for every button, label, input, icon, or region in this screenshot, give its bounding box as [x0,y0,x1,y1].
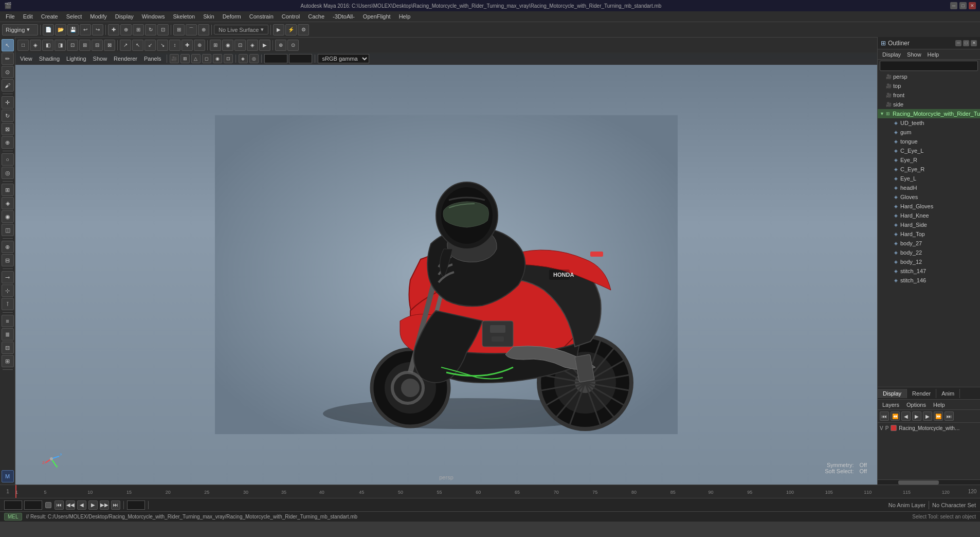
snap-grid-left-button[interactable]: ⊞ [2,184,14,196]
outliner-item-stitch-146[interactable]: ◈ stitch_146 [878,276,980,285]
vp-tool-7[interactable]: ⊟ [92,40,103,51]
viewport-lighting-menu[interactable]: Lighting [64,55,89,62]
scale-tool-button[interactable]: ⊠ [2,123,14,135]
viewport-shading-menu[interactable]: Shading [37,55,62,62]
undo-button[interactable]: ↩ [80,24,91,35]
options-menu[interactable]: Options [904,401,929,408]
stacked-icon-4[interactable]: ⊞ [2,355,14,367]
outliner-item-body-27[interactable]: ◈ body_27 [878,239,980,248]
snap-curve-button[interactable]: ⌒ [186,24,197,35]
outliner-item-hard-side[interactable]: ◈ Hard_Side [878,220,980,229]
menu-edit[interactable]: Edit [20,12,37,21]
vp-tool-6[interactable]: ⊞ [79,40,90,51]
snap-grid-button[interactable]: ⊞ [173,24,185,35]
mel-indicator[interactable]: MEL [4,513,22,521]
tab-anim[interactable]: Anim [936,389,960,398]
menu-deform[interactable]: Deform [219,12,245,21]
skip-end-transport-btn[interactable]: ⏭ [111,500,120,510]
outliner-item-c-eye-r[interactable]: ◈ C_Eye_R [878,165,980,174]
menu-3dtoall[interactable]: -3DtoAll- [329,12,358,21]
stacked-icon-1[interactable]: ≡ [2,315,14,327]
outliner-item-persp[interactable]: 🎥 persp [878,72,980,81]
skip-to-start-btn[interactable]: ⏮ [880,411,889,421]
outliner-item-eye-l[interactable]: ◈ Eye_L [878,174,980,183]
outliner-item-body-22[interactable]: ◈ body_22 [878,248,980,257]
viewport-show-menu[interactable]: Show [90,55,110,62]
vp-xray-btn[interactable]: ◎ [249,54,259,63]
select-mode-button[interactable]: ↖ [2,39,14,51]
outliner-item-top[interactable]: 🎥 top [878,81,980,91]
play-back-btn[interactable]: ◀ [77,500,86,510]
tab-display[interactable]: Display [878,389,907,398]
menu-constrain[interactable]: Constrain [246,12,277,21]
vp-tool-18[interactable]: ⊡ [234,40,246,51]
menu-control[interactable]: Control [278,12,303,21]
outliner-show-menu[interactable]: Show [904,51,924,58]
outliner-item-tongue[interactable]: ◈ tongue [878,137,980,146]
outliner-horizontal-scrollbar[interactable] [878,479,980,485]
menu-create[interactable]: Create [38,12,62,21]
viewport-panels-menu[interactable]: Panels [141,55,164,62]
close-button[interactable]: ✕ [969,2,976,9]
menu-openflight[interactable]: OpenFlight [359,12,394,21]
minimize-button[interactable]: ─ [950,2,957,9]
vp-tool-9[interactable]: ↗ [120,40,131,51]
frame-slider-thumb[interactable] [45,502,51,508]
menu-help[interactable]: Help [395,12,414,21]
ik-spline-button[interactable]: ⊹ [2,284,14,297]
help-menu[interactable]: Help [931,401,948,408]
scale-button[interactable]: ⊡ [157,24,169,35]
play-fwd-transport-btn[interactable]: ▶ [88,500,98,510]
vp-value2-input[interactable]: 1.00 [289,54,312,63]
outliner-item-front[interactable]: 🎥 front [878,91,980,100]
snap-curve-left-button[interactable]: ◈ [2,197,14,209]
no-live-surface-dropdown[interactable]: No Live Surface ▾ [214,25,268,34]
timeline-ruler[interactable]: 1 5 10 15 20 25 30 35 40 45 50 55 60 65 … [15,485,965,498]
soft-mod-button[interactable]: ○ [2,153,14,166]
viewport-renderer-menu[interactable]: Renderer [111,55,140,62]
outliner-item-ud-teeth[interactable]: ◈ UD_teeth [878,118,980,128]
vp-isolate-btn[interactable]: ◈ [239,54,248,63]
outliner-search-input[interactable] [880,61,978,71]
lasso-select-button[interactable]: ⊙ [2,66,14,78]
render-settings-button[interactable]: ⚙ [298,24,309,35]
skip-start-transport-btn[interactable]: ⏮ [55,500,64,510]
vp-uv-btn[interactable]: ⊡ [224,54,233,63]
ipr-button[interactable]: ⚡ [285,24,297,35]
mode-dropdown[interactable]: Rigging ▾ [2,24,38,35]
outliner-item-hard-top[interactable]: ◈ Hard_Top [878,229,980,239]
next-key-btn[interactable]: ⏩ [934,411,943,421]
prev-key-btn[interactable]: ⏪ [891,411,900,421]
transform-button[interactable]: ⊞ [133,24,144,35]
redo-button[interactable]: ↪ [92,24,103,35]
vp-tool-11[interactable]: ↙ [144,40,156,51]
universal-manip-button[interactable]: ⊕ [2,136,14,149]
menu-display[interactable]: Display [112,12,137,21]
show-manip-button[interactable]: ⊕ [2,241,14,253]
outliner-display-menu[interactable]: Display [880,51,903,58]
next-frame-btn[interactable]: ▶ [923,411,932,421]
vp-grid-btn[interactable]: ⊞ [180,54,190,63]
vp-tool-21[interactable]: ⊕ [275,40,286,51]
color-space-dropdown[interactable]: sRGB gamma [318,54,369,63]
menu-modify[interactable]: Modify [86,12,110,21]
cluster-button[interactable]: ◎ [2,167,14,179]
outliner-minimize-btn[interactable]: ─ [955,40,961,46]
outliner-maximize-btn[interactable]: □ [963,40,969,46]
menu-select[interactable]: Select [63,12,86,21]
prev-frame-btn[interactable]: ◀ [901,411,911,421]
vp-value1-input[interactable]: 0.00 [264,54,287,63]
vp-tool-13[interactable]: ↕ [169,40,180,51]
viewport-view-menu[interactable]: View [17,55,35,62]
rotate-button[interactable]: ↻ [145,24,156,35]
vp-tool-2[interactable]: ◈ [30,40,41,51]
render-button[interactable]: ▶ [273,24,284,35]
vp-camera-btn[interactable]: 🎥 [170,54,179,63]
menu-windows[interactable]: Windows [138,12,169,21]
frame-start-input[interactable]: 1 [4,500,22,510]
outliner-item-side[interactable]: 🎥 side [878,100,980,109]
snap-point-left-button[interactable]: ◉ [2,210,14,223]
step-fwd-btn[interactable]: ▶▶ [100,500,109,510]
vp-tool-1[interactable]: □ [17,40,29,51]
snap-surface-left-button[interactable]: ◫ [2,224,14,236]
